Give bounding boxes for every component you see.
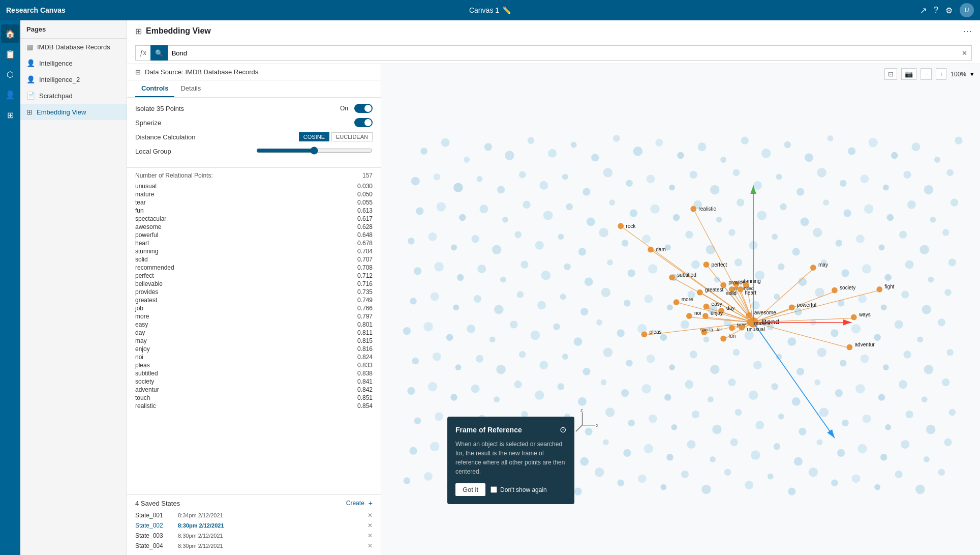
- point-row[interactable]: perfect0.712: [135, 272, 373, 280]
- got-it-button[interactable]: Got it: [455, 483, 485, 496]
- adventur-point[interactable]: [846, 344, 852, 350]
- perfect-point[interactable]: [703, 261, 710, 268]
- point-row[interactable]: spectacular0.617: [135, 215, 373, 223]
- point-row[interactable]: unusual0.030: [135, 182, 373, 190]
- tear-point[interactable]: [729, 325, 735, 331]
- state-delete-icon[interactable]: ✕: [368, 532, 373, 539]
- spherize-toggle[interactable]: [354, 118, 373, 127]
- nav-home[interactable]: 🏠: [1, 24, 19, 43]
- isolate-toggle[interactable]: [354, 104, 373, 113]
- point-row[interactable]: day0.811: [135, 329, 373, 337]
- zoom-out-button[interactable]: −: [921, 68, 932, 80]
- point-row[interactable]: recommended0.708: [135, 264, 373, 272]
- point-row[interactable]: mature0.050: [135, 190, 373, 198]
- provides-point[interactable]: [720, 282, 726, 288]
- sidebar-item-intelligence[interactable]: 👤 Intelligence: [20, 55, 127, 71]
- edit-icon[interactable]: ✏️: [502, 6, 511, 14]
- state-row[interactable]: State_0018:34pm 2/12/2021✕: [135, 510, 373, 520]
- easy-point[interactable]: [703, 304, 710, 310]
- nav-grid[interactable]: ⊞: [1, 106, 19, 124]
- point-row[interactable]: provides0.735: [135, 288, 373, 296]
- state-row[interactable]: State_0038:30pm 2/12/2021✕: [135, 531, 373, 541]
- point-row[interactable]: awesome0.628: [135, 223, 373, 231]
- fit-screen-button[interactable]: ⊡: [884, 68, 897, 80]
- fight-point[interactable]: [876, 286, 882, 293]
- point-row[interactable]: enjoy0.816: [135, 345, 373, 353]
- tab-details[interactable]: Details: [174, 80, 207, 97]
- svg-point-298: [660, 484, 666, 490]
- nav-data[interactable]: ⬡: [1, 65, 19, 83]
- point-row[interactable]: job0.766: [135, 304, 373, 312]
- nav-users[interactable]: 👤: [1, 85, 19, 104]
- settings-icon[interactable]: ⚙: [945, 6, 953, 15]
- fun-point[interactable]: [720, 336, 726, 342]
- point-row[interactable]: society0.841: [135, 377, 373, 386]
- awesome-point[interactable]: [746, 312, 752, 318]
- dont-show-label[interactable]: Don't show again: [491, 486, 547, 493]
- mature-point[interactable]: [747, 319, 753, 326]
- may-point[interactable]: [810, 265, 816, 271]
- rock-point[interactable]: [618, 223, 624, 229]
- euclidean-button[interactable]: EUCLIDEAN: [331, 132, 373, 141]
- avatar-icon[interactable]: U: [960, 3, 974, 17]
- nav-pages[interactable]: 📋: [1, 45, 19, 63]
- heart-point[interactable]: [738, 286, 744, 293]
- point-row[interactable]: realistic0.854: [135, 402, 373, 410]
- state-delete-icon[interactable]: ✕: [368, 542, 373, 549]
- noi-point[interactable]: [686, 313, 692, 319]
- popup-capture-icon[interactable]: ⊙: [560, 425, 566, 434]
- point-row[interactable]: powerful0.648: [135, 231, 373, 239]
- state-row[interactable]: State_0028:30pm 2/12/2021✕: [135, 520, 373, 531]
- create-link[interactable]: Create: [346, 500, 364, 507]
- pleas-point[interactable]: [641, 331, 648, 337]
- state-delete-icon[interactable]: ✕: [368, 522, 373, 529]
- tab-controls[interactable]: Controls: [135, 80, 174, 97]
- zoom-dropdown-icon[interactable]: ▾: [970, 70, 974, 78]
- point-row[interactable]: subtitled0.838: [135, 369, 373, 377]
- realistic-point[interactable]: [690, 206, 696, 212]
- point-row[interactable]: stunning0.704: [135, 247, 373, 255]
- point-row[interactable]: solid0.707: [135, 255, 373, 264]
- search-input[interactable]: [168, 45, 958, 61]
- search-clear-button[interactable]: ✕: [958, 45, 972, 61]
- point-row[interactable]: tear0.055: [135, 198, 373, 207]
- society-point[interactable]: [832, 287, 838, 294]
- help-icon[interactable]: ?: [934, 6, 938, 15]
- fx-button[interactable]: ƒx: [135, 45, 150, 61]
- screenshot-button[interactable]: 📷: [901, 68, 916, 80]
- point-row[interactable]: adventur0.842: [135, 386, 373, 394]
- subtitled-point[interactable]: [669, 275, 675, 281]
- add-state-icon[interactable]: +: [369, 499, 373, 507]
- greatest-point[interactable]: [697, 289, 703, 296]
- cosine-button[interactable]: COSINE: [299, 132, 329, 141]
- point-row[interactable]: touch0.851: [135, 394, 373, 402]
- sidebar-item-imdb[interactable]: ▦ IMDB Database Records: [20, 39, 127, 55]
- powerful-point[interactable]: [789, 304, 795, 310]
- dam-point[interactable]: [648, 247, 654, 253]
- ways-point[interactable]: [851, 314, 857, 320]
- svg-point-72: [844, 210, 851, 217]
- more-options-button[interactable]: ⋯: [963, 25, 972, 37]
- dont-show-checkbox[interactable]: [491, 486, 497, 493]
- point-row[interactable]: easy0.801: [135, 320, 373, 329]
- sidebar-item-intelligence2[interactable]: 👤 Intelligence_2: [20, 71, 127, 87]
- point-row[interactable]: believable0.716: [135, 280, 373, 288]
- enjoy-point[interactable]: [702, 313, 709, 319]
- search-execute-button[interactable]: 🔍: [150, 45, 168, 61]
- point-row[interactable]: fun0.613: [135, 207, 373, 215]
- state-row[interactable]: State_0048:30pm 2/12/2021✕: [135, 541, 373, 551]
- sidebar-item-embedding[interactable]: ⊞ Embedding View: [20, 104, 127, 120]
- point-row[interactable]: heart0.678: [135, 239, 373, 247]
- zoom-in-button[interactable]: +: [936, 68, 947, 80]
- point-row[interactable]: more0.797: [135, 312, 373, 320]
- point-row[interactable]: may0.815: [135, 337, 373, 345]
- state-delete-icon[interactable]: ✕: [368, 512, 373, 519]
- share-icon[interactable]: ↗: [920, 6, 927, 15]
- more-point[interactable]: [673, 299, 680, 305]
- sidebar-item-scratchpad[interactable]: 📄 Scratchpad: [20, 87, 127, 104]
- point-row[interactable]: greatest0.749: [135, 296, 373, 304]
- unusual-point[interactable]: [739, 325, 745, 331]
- point-row[interactable]: noi0.824: [135, 353, 373, 361]
- point-row[interactable]: pleas0.833: [135, 361, 373, 369]
- local-group-slider[interactable]: [256, 147, 373, 155]
